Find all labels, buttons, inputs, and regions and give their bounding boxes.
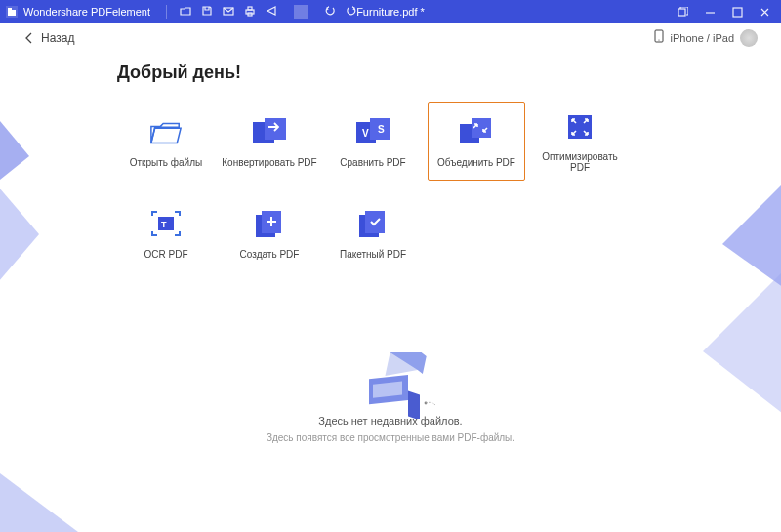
app-logo-icon	[4, 4, 20, 20]
tile-label: Создать PDF	[240, 249, 300, 260]
svg-rect-25	[408, 391, 420, 419]
tile-label: OCR PDF	[144, 249, 188, 260]
main-content: Добрый день! Открыть файлы Конвертироват…	[0, 53, 781, 443]
create-pdf-tile[interactable]: Создать PDF	[221, 194, 318, 272]
svg-rect-3	[248, 7, 252, 10]
navigation-bar: Назад iPhone / iPad	[0, 23, 781, 53]
share-icon[interactable]	[265, 5, 278, 19]
svg-rect-5	[678, 9, 685, 16]
create-icon	[253, 208, 286, 241]
toolbar-quick-actions	[179, 5, 358, 19]
title-bar: Wondershare PDFelement Furniture.pdf *	[0, 0, 781, 23]
phone-icon[interactable]	[654, 29, 665, 46]
tile-label: Конвертировать PDF	[222, 157, 316, 168]
tile-label: Пакетный PDF	[340, 249, 406, 260]
svg-text:V: V	[362, 128, 369, 139]
compare-icon: VS	[356, 116, 390, 149]
svg-rect-17	[568, 115, 592, 139]
user-avatar-icon[interactable]	[740, 29, 758, 47]
ocr-icon: T	[149, 208, 183, 241]
svg-text:S: S	[378, 124, 385, 135]
svg-text:T: T	[161, 220, 167, 229]
close-icon[interactable]	[758, 7, 771, 18]
greeting-title: Добрый день!	[117, 62, 664, 83]
tile-label: Открыть файлы	[130, 157, 202, 168]
open-icon[interactable]	[179, 5, 192, 19]
app-name: Wondershare PDFelement	[23, 6, 150, 18]
svg-rect-23	[365, 211, 385, 233]
convert-icon	[253, 116, 286, 149]
save-icon[interactable]	[200, 5, 214, 19]
optimize-icon	[563, 110, 596, 143]
tile-label: Объединить PDF	[437, 157, 515, 168]
recent-files-empty: Здесь нет недавних файлов. Здесь появятс…	[117, 350, 664, 443]
batch-icon	[356, 208, 390, 241]
new-window-icon[interactable]	[676, 7, 689, 18]
svg-marker-32	[0, 473, 78, 532]
tile-label: Сравнить PDF	[340, 157, 405, 168]
undo-icon[interactable]	[323, 5, 337, 19]
print-icon[interactable]	[243, 5, 257, 19]
svg-rect-6	[733, 8, 742, 17]
window-controls	[676, 7, 771, 18]
compare-pdf-tile[interactable]: VS Сравнить PDF	[324, 102, 422, 181]
tile-label: Оптимизировать PDF	[532, 151, 628, 173]
device-label[interactable]: iPhone / iPad	[671, 32, 734, 44]
mail-icon[interactable]	[222, 5, 235, 19]
action-grid-row2: T OCR PDF Создать PDF Пакетный PDF	[117, 194, 664, 272]
divider	[294, 5, 308, 19]
maximize-icon[interactable]	[730, 7, 744, 18]
optimize-pdf-tile[interactable]: Оптимизировать PDF	[531, 102, 629, 181]
divider	[166, 5, 167, 19]
convert-pdf-tile[interactable]: Конвертировать PDF	[221, 102, 318, 181]
minimize-icon[interactable]	[703, 7, 717, 18]
back-button[interactable]: Назад	[23, 31, 74, 45]
folder-open-icon	[149, 116, 183, 149]
combine-icon	[460, 116, 493, 149]
document-title[interactable]: Furniture.pdf *	[356, 6, 425, 18]
empty-drawer-icon	[351, 350, 430, 409]
action-grid: Открыть файлы Конвертировать PDF VS Срав…	[117, 102, 664, 181]
decorative-shape	[0, 473, 88, 532]
batch-pdf-tile[interactable]: Пакетный PDF	[324, 194, 422, 272]
open-files-tile[interactable]: Открыть файлы	[117, 102, 215, 181]
arrow-left-icon	[23, 32, 35, 44]
svg-point-8	[658, 39, 659, 40]
empty-subtitle: Здесь появятся все просмотренные вами PD…	[267, 432, 514, 443]
combine-pdf-tile[interactable]: Объединить PDF	[428, 102, 525, 181]
back-label: Назад	[41, 31, 74, 45]
ocr-pdf-tile[interactable]: T OCR PDF	[117, 194, 215, 272]
